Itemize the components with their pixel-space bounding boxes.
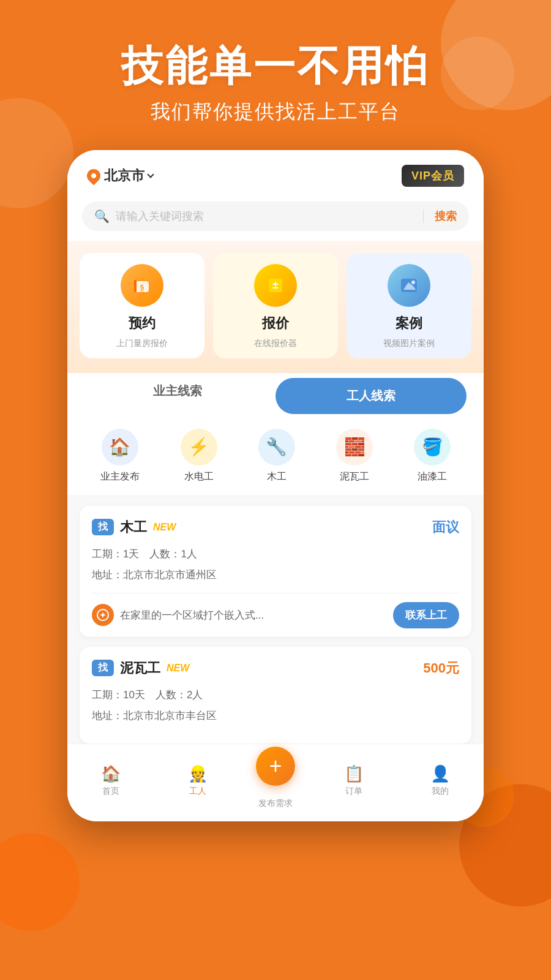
feature-card-subtitle-1: 上门量房报价 [116,337,168,349]
nav-home[interactable]: 🏠 首页 [67,764,154,797]
nav-profile[interactable]: 👤 我的 [397,764,484,797]
job-card-1-footer: 在家里的一个区域打个嵌入式... 联系上工 [92,593,459,637]
nav-orders[interactable]: 📋 订单 [310,764,397,797]
nav-home-label: 首页 [102,786,119,797]
appointment-icon: 5 m [121,264,163,307]
feature-card-cases[interactable]: 案例 视频图片案例 [347,253,471,358]
mason-icon: 🧱 [336,429,373,466]
job-price-1: 面议 [432,518,459,537]
job-details-1: 工期：1天 人数：1人 地址：北京市北京市通州区 [92,544,459,593]
category-electrician[interactable]: ⚡ 水电工 [181,429,217,483]
location-button[interactable]: 北京市 [87,167,153,185]
electrician-icon: ⚡ [181,429,217,466]
category-painter-label: 油漆工 [418,470,447,483]
new-badge-1: NEW [153,522,176,533]
owner-icon: 🏠 [102,429,138,466]
job-preview-icon-1 [92,604,114,626]
category-owner[interactable]: 🏠 业主发布 [100,429,140,483]
job-preview-1: 在家里的一个区域打个嵌入式... [92,604,264,626]
job-tag-1: 找 [92,519,114,535]
job-preview-text-1: 在家里的一个区域打个嵌入式... [120,608,264,622]
job-name-2: 泥瓦工 [120,659,160,677]
hero-subtitle: 我们帮你提供找活上工平台 [0,99,551,126]
feature-card-subtitle-2: 在线报价器 [254,337,297,349]
svg-point-9 [411,281,415,284]
job-card-1: 找 木工 NEW 面议 工期：1天 人数：1人 地址：北京市北京市通州区 [80,506,471,637]
painter-icon: 🪣 [414,429,451,466]
phone-content: 北京市 VIP会员 🔍 请输入关键词搜索 搜索 5 [67,150,484,821]
search-bar[interactable]: 🔍 请输入关键词搜索 搜索 [82,202,469,231]
job-tag-2: 找 [92,660,114,676]
job-card-2: 找 泥瓦工 NEW 500元 工期：10天 人数：2人 地址：北京市北京市丰台区 [80,647,471,744]
job-name-1: 木工 [120,518,147,537]
category-electrician-label: 水电工 [184,470,214,483]
phone-mockup: 北京市 VIP会员 🔍 请输入关键词搜索 搜索 5 [67,150,484,821]
category-painter[interactable]: 🪣 油漆工 [414,429,451,483]
category-carpenter[interactable]: 🔧 木工 [258,429,295,483]
feature-card-subtitle-3: 视频图片案例 [383,337,435,349]
job-title-group-1: 找 木工 NEW [92,518,176,537]
tabs-section: 业主线索 工人线索 [67,373,484,419]
search-button[interactable]: 搜索 [435,209,457,224]
bottom-nav: 🏠 首页 👷 工人 + 发布需求 📋 订单 👤 我的 [67,744,484,821]
features-section: 5 m 预约 上门量房报价 ± 报价 在线报价器 [67,241,484,373]
vip-badge[interactable]: VIP会员 [402,165,464,187]
home-icon: 🏠 [101,764,121,783]
nav-publish-label: 发布需求 [258,798,293,809]
feature-card-title-2: 报价 [262,314,289,333]
category-carpenter-label: 木工 [267,470,287,483]
search-container: 🔍 请输入关键词搜索 搜索 [67,197,484,241]
category-mason[interactable]: 🧱 泥瓦工 [336,429,373,483]
nav-profile-label: 我的 [432,786,449,797]
svg-text:m: m [140,289,144,293]
job-details-2: 工期：10天 人数：2人 地址：北京市北京市丰台区 [92,685,459,734]
publish-plus-button[interactable]: + [256,747,295,786]
quote-icon: ± [254,264,297,307]
cases-icon [388,264,430,307]
feature-card-appointment[interactable]: 5 m 预约 上门量房报价 [80,253,204,358]
orders-icon: 📋 [344,764,364,783]
chevron-down-icon [147,171,154,178]
svg-text:±: ± [272,279,279,291]
location-text: 北京市 [104,167,144,185]
svg-rect-4 [134,280,137,292]
location-icon [84,166,103,185]
bg-decoration-4 [0,833,80,931]
job-price-2: 500元 [423,659,459,677]
categories-section: 🏠 业主发布 ⚡ 水电工 🔧 木工 🧱 泥瓦工 🪣 油漆工 [67,419,484,496]
nav-publish[interactable]: + 发布需求 [241,753,310,809]
contact-button-1[interactable]: 联系上工 [393,602,459,628]
top-bar: 北京市 VIP会员 [67,150,484,197]
category-owner-label: 业主发布 [100,470,140,483]
jobs-section: 找 木工 NEW 面议 工期：1天 人数：1人 地址：北京市北京市通州区 [67,496,484,763]
carpenter-icon: 🔧 [258,429,295,466]
nav-worker-label: 工人 [189,786,206,797]
job-title-group-2: 找 泥瓦工 NEW [92,659,189,677]
new-badge-2: NEW [167,663,189,674]
tab-worker-leads[interactable]: 工人线索 [276,378,467,414]
search-divider [423,209,424,223]
tab-owner-leads[interactable]: 业主线索 [82,373,273,419]
feature-card-quote[interactable]: ± 报价 在线报价器 [213,253,338,358]
category-mason-label: 泥瓦工 [340,470,369,483]
feature-card-title-3: 案例 [395,314,422,333]
search-icon: 🔍 [94,209,110,224]
hero-section: 技能单一不用怕 我们帮你提供找活上工平台 [0,0,551,126]
nav-orders-label: 订单 [345,786,362,797]
job-card-1-header: 找 木工 NEW 面议 [92,518,459,537]
feature-card-title-1: 预约 [129,314,156,333]
job-card-2-header: 找 泥瓦工 NEW 500元 [92,659,459,677]
nav-worker[interactable]: 👷 工人 [154,764,241,797]
profile-icon: 👤 [430,764,450,783]
worker-icon: 👷 [188,764,208,783]
hero-title: 技能单一不用怕 [0,43,551,89]
search-placeholder[interactable]: 请输入关键词搜索 [116,209,412,224]
